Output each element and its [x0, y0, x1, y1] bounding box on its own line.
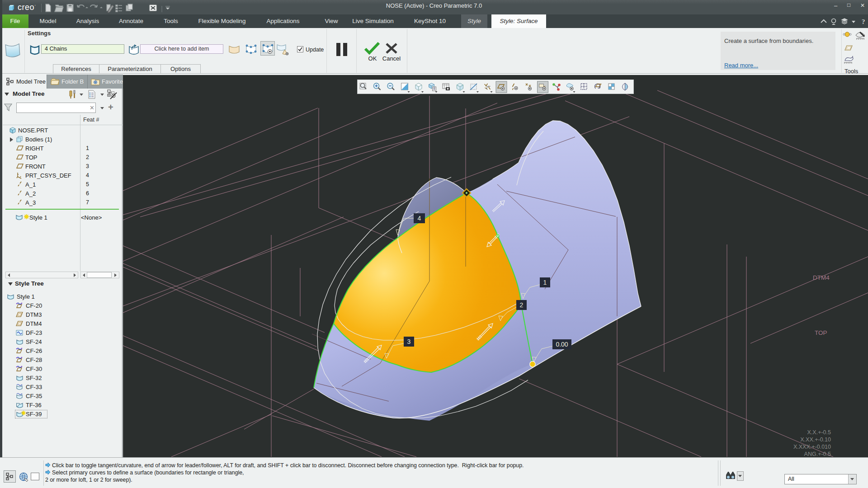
- svg-text:3: 3: [407, 338, 411, 345]
- svg-text:4: 4: [418, 215, 421, 222]
- svg-text:X.XX.+-0.10: X.XX.+-0.10: [800, 436, 831, 443]
- svg-text:X.X.+-0.5: X.X.+-0.5: [807, 429, 831, 436]
- svg-text:TOP: TOP: [815, 329, 827, 336]
- svg-text:ANG.+-0.5: ANG.+-0.5: [804, 451, 831, 457]
- svg-text:?: ?: [862, 18, 865, 25]
- svg-text:X.XXX.+-0.010: X.XXX.+-0.010: [793, 444, 831, 450]
- svg-text:0.00: 0.00: [556, 341, 568, 348]
- svg-text:2: 2: [520, 301, 524, 309]
- svg-text:1: 1: [543, 279, 547, 286]
- svg-text:DTM4: DTM4: [813, 274, 830, 281]
